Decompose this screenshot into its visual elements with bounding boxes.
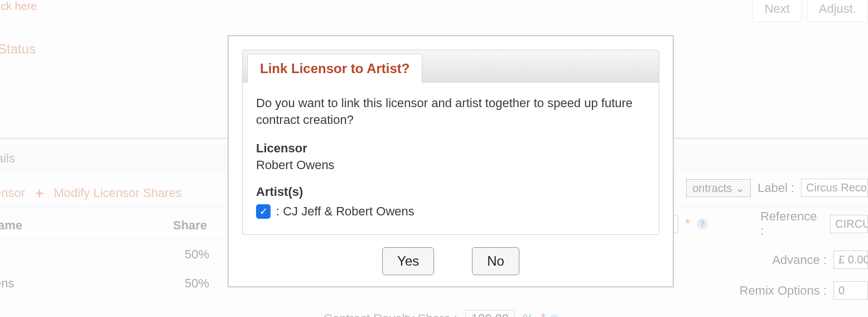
modal-question: Do you want to link this licensor and ar… (256, 95, 645, 128)
contracts-dropdown[interactable]: ontracts ⌄ (686, 179, 751, 197)
column-header-share: Share (173, 218, 207, 233)
adjust-button[interactable]: Adjust. (807, 0, 868, 22)
modal-tab-strip: Link Licensor to Artist? (243, 50, 659, 83)
licensor-name: Robert Owens (256, 157, 645, 174)
advance-field[interactable]: £ 0.00 (833, 251, 868, 269)
contract-royalty-label: Contract Royalty Share : (324, 311, 457, 317)
remix-options-field[interactable]: 0 (833, 281, 868, 300)
artist-row: ✓ : CJ Jeff & Robert Owens (256, 203, 645, 220)
artists-heading: Artist(s) (256, 184, 645, 200)
percent-suffix: % (523, 311, 534, 317)
artist-checkbox[interactable]: ✓ (256, 204, 271, 219)
help-icon[interactable]: ? (697, 218, 708, 229)
label-label: Label : (758, 181, 794, 195)
plus-icon: + (35, 186, 44, 200)
artist-name: : CJ Jeff & Robert Owens (276, 203, 414, 220)
section-header-text: ails (0, 151, 15, 166)
next-button[interactable]: Next (753, 0, 801, 22)
link-licensor-modal: Link Licensor to Artist? Do you want to … (228, 35, 674, 287)
column-header-name: lame (0, 218, 22, 233)
top-link-fragment[interactable]: lick here (0, 0, 37, 13)
modal-tab-title[interactable]: Link Licensor to Artist? (247, 54, 422, 83)
help-icon[interactable]: ? (549, 314, 560, 317)
yes-button[interactable]: Yes (382, 247, 434, 275)
name-fragment: ens (0, 276, 14, 291)
share-value: 50% (179, 276, 209, 291)
status-tab[interactable]: Status (0, 41, 36, 57)
licensor-heading: Licensor (256, 140, 645, 157)
required-asterisk: * (685, 216, 690, 232)
chevron-down-icon: ⌄ (735, 182, 745, 194)
contracts-dropdown-text: ontracts (692, 182, 732, 194)
remix-options-label: Remix Options : (740, 284, 827, 298)
label-field[interactable]: Circus Recor (801, 179, 868, 197)
licensor-action-fragment[interactable]: ensor (0, 186, 25, 200)
no-button[interactable]: No (472, 247, 519, 275)
reference-field[interactable]: CIRCU (830, 215, 868, 233)
required-asterisk: * (541, 310, 546, 317)
advance-label: Advance : (772, 253, 827, 267)
contract-royalty-row: Contract Royalty Share : 100.00 % * ? (324, 310, 560, 317)
contract-royalty-field[interactable]: 100.00 (465, 310, 515, 317)
share-value: 50% (179, 247, 209, 262)
modify-licensor-shares-link[interactable]: Modify Licensor Shares (54, 186, 182, 200)
reference-label: Reference : (760, 209, 823, 238)
